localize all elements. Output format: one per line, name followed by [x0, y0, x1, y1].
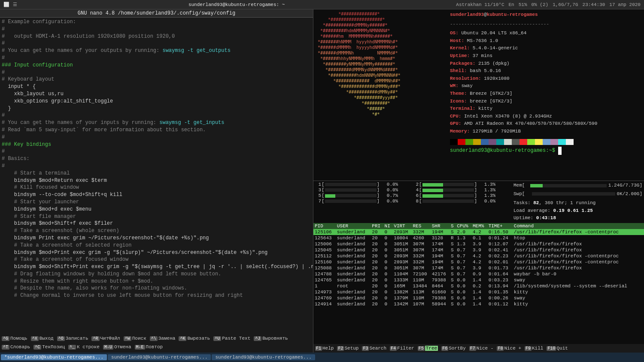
table-row[interactable]: 124973sunderland2001382M113M61660S0.01.4… — [313, 289, 644, 295]
right-panel: *##############* *####################* … — [313, 9, 644, 353]
menu-icon: ☰ — [13, 2, 17, 7]
fkey-nice -[interactable]: F7Nice - — [468, 346, 495, 351]
table-row[interactable]: 124914sunderland2001342M107M58944S0.01.4… — [313, 301, 644, 307]
process-table: PIDUSERPRINIVIRTRESSHRSCPU%MEM%TIME+Comm… — [313, 223, 644, 307]
table-row[interactable]: 125045sunderland2003051M307M174MS0.73.90… — [313, 247, 644, 253]
load-avg: 0.19 0.61 1.25 — [553, 208, 592, 213]
table-row[interactable]: 125088sunderland2003051M307M174MS0.73.90… — [313, 265, 644, 271]
cpu-row-7: 7[]0.0% — [315, 199, 407, 204]
neofetch-logo: *##############* *####################* … — [315, 11, 448, 179]
cpu-row-6: 6[]1.3% — [413, 193, 505, 198]
neofetch-info: sunderland93@kubuntu-retrogames --------… — [450, 11, 642, 179]
info-memory: 1279MiB / 7920MiB — [473, 129, 521, 134]
col-shr[interactable]: SHR — [431, 223, 450, 229]
table-header: PIDUSERPRINIVIRTRESSHRSCPU%MEM%TIME+Comm… — [313, 223, 644, 229]
info-theme: Breeze [GTK2/3] — [470, 91, 512, 96]
info-cpu: Intel Xeon X3470 (8) @ 2.934GHz — [464, 114, 552, 119]
clock: 23:44:30 — [583, 2, 605, 7]
table-row[interactable]: 124769sunderland2001379M110M79388S0.01.4… — [313, 295, 644, 301]
color-blocks — [450, 139, 642, 145]
fkey-help[interactable]: F1Help — [313, 346, 335, 351]
table-row[interactable]: 125160sunderland2002893M332M194MS0.74.20… — [313, 259, 644, 265]
info-terminal: kitty — [478, 106, 492, 111]
neofetch-panel: *##############* *####################* … — [313, 9, 644, 181]
battery-indicator: 51% — [519, 2, 527, 7]
col-mem%[interactable]: MEM% — [471, 223, 487, 229]
weather-info: Astrakhan 11/10°C — [456, 2, 504, 7]
info-os: Ubuntu 20.04 LTS x86_64 — [461, 30, 526, 36]
col-res[interactable]: RES — [412, 223, 431, 229]
taskbar-item[interactable]: sunderland93@kubuntu-retrogames... — [108, 354, 211, 360]
lang-indicator: En — [509, 2, 514, 7]
info-wm: sway — [461, 83, 472, 88]
nano-editor[interactable]: GNU nano 4.8 /home/sunderland93/.config/… — [0, 9, 313, 353]
topbar-right: Astrakhan 11/10°C En 51% 0% (2) 1,6G/7,7… — [456, 2, 641, 7]
nano-content[interactable]: # Example configuration: # # output HDMI… — [0, 18, 313, 334]
main-area: GNU nano 4.8 /home/sunderland93/.config/… — [0, 9, 644, 353]
table-row[interactable]: 1root200165M134848464S0.00.20:13.94/lib/… — [313, 283, 644, 289]
cpu-row-8: 8[]0.0% — [413, 199, 505, 204]
topbar: ⬜ ☰ sunderland93@kubuntu-retrogames: ~ A… — [0, 0, 644, 9]
prompt-line[interactable]: sunderland93@kubuntu-retrogames:~$ — [450, 145, 642, 157]
col-user[interactable]: USER — [336, 223, 371, 229]
tasks-count: 82 — [533, 200, 539, 205]
table-row[interactable]: 125106sunderland2002893M332M194MS2.04.20… — [313, 229, 644, 235]
htop-process-table: PIDUSERPRINIVIRTRESSHRSCPU%MEM%TIME+Comm… — [313, 223, 644, 344]
fkey-search[interactable]: F3Search — [360, 346, 388, 351]
fkey-quit[interactable]: F10Quit — [545, 346, 569, 351]
cpu-indicator: 0% (2) — [532, 2, 549, 7]
info-shell: bash 5.0.16 — [470, 68, 501, 73]
htop-header: 1[]0.0%2[]1.3%3[]0.0%4[]1.3%5[]0.7%6[]1.… — [313, 181, 644, 223]
info-icons: breeze [GTK2/3] — [470, 99, 512, 104]
col-pid[interactable]: PID — [313, 223, 336, 229]
taskbar-item[interactable]: *sunderland93@kubuntu-retrogames... — [1, 354, 107, 360]
info-packages: 2135 (dpkg) — [478, 61, 510, 66]
fkey-filter[interactable]: F4Filter — [388, 346, 416, 351]
fkey-tree[interactable]: F5Tree — [416, 346, 440, 351]
taskbar: *sunderland93@kubuntu-retrogames...sunde… — [0, 353, 644, 362]
htop-footer: F1HelpF2SetupF3SearchF4FilterF5TreeF6Sor… — [313, 344, 644, 353]
nano-titlebar: GNU nano 4.8 /home/sunderland93/.config/… — [0, 9, 313, 18]
topbar-title: sunderland93@kubuntu-retrogames: ~ — [188, 2, 285, 7]
uptime-value: 0:43:18 — [536, 215, 556, 220]
thr-count: 360 — [545, 200, 553, 205]
col-cpu%[interactable]: CPU% — [456, 223, 471, 229]
info-gpu: AMD ATI Radeon RX 470/480/570/570X/580/5… — [464, 121, 597, 126]
mem-value: 1.24G/7.73G] — [608, 182, 642, 190]
table-row[interactable]: 125643sunderland2001080442603128R1.30.10… — [313, 235, 644, 241]
table-row[interactable]: 125006sunderland2003051M307M174MS1.33.90… — [313, 241, 644, 247]
col-s[interactable]: S — [450, 223, 456, 229]
cpu-section: 1[]0.0%2[]1.3%3[]0.0%4[]1.3%5[]0.7%6[]1.… — [315, 182, 505, 222]
fkey-sortby[interactable]: F6SortBy — [440, 346, 468, 351]
fkey-nice +[interactable]: F8Nice + — [495, 346, 523, 351]
taskbar-item[interactable]: sunderland93@kubuntu-retrogames... — [212, 354, 315, 360]
date: 17 апр 2020 — [609, 2, 641, 7]
htop-panel: 1[]0.0%2[]1.3%3[]0.0%4[]1.3%5[]0.7%6[]1.… — [313, 181, 644, 353]
fkey-setup[interactable]: F2Setup — [335, 346, 360, 351]
col-command[interactable]: Command — [513, 223, 644, 229]
table-row[interactable]: 124788sunderland2001104M7210042176S0.70.… — [313, 271, 644, 277]
table-row[interactable]: 125112sunderland2002893M332M194MS0.74.20… — [313, 253, 644, 259]
table-row[interactable]: 124765sunderland2001333M110M79388S0.01.4… — [313, 277, 644, 283]
cpu-row-2: 2[]1.3% — [413, 182, 505, 187]
htop-right-stats: Mem[ 1.24G/7.73G] Swp[ 0K/2.00G] Tasks: … — [513, 182, 642, 222]
taskbar-items: *sunderland93@kubuntu-retrogames...sunde… — [1, 354, 315, 360]
nano-footer: ^GПомощь ^XВыход ^OЗаписать ^RЧитФайл ^W… — [0, 334, 313, 353]
col-pri[interactable]: PRI — [371, 223, 383, 229]
col-ni[interactable]: NI — [383, 223, 393, 229]
ram-indicator: 1,6G/7,7G — [553, 2, 578, 7]
cpu-row-5: 5[]0.7% — [315, 193, 407, 198]
col-time+[interactable]: TIME+ — [487, 223, 513, 229]
window-icon: ⬜ — [3, 2, 9, 7]
topbar-left: ⬜ ☰ — [3, 2, 17, 7]
info-resolution: 1920x1080 — [484, 76, 509, 81]
fkey-kill[interactable]: F9Kill — [523, 346, 545, 351]
cpu-row-3: 3[]0.0% — [315, 187, 407, 193]
info-kernel: 5.4.0-14-generic — [473, 45, 518, 51]
cpu-row-1: 1[]0.0% — [315, 182, 407, 187]
info-uptime: 37 mins — [473, 53, 492, 58]
info-host: MS-7636 1.0 — [467, 38, 498, 43]
process-list: 125106sunderland2002893M332M194MS2.04.20… — [313, 229, 644, 307]
cpu-row-4: 4[]1.3% — [413, 187, 505, 193]
col-virt[interactable]: VIRT — [392, 223, 411, 229]
